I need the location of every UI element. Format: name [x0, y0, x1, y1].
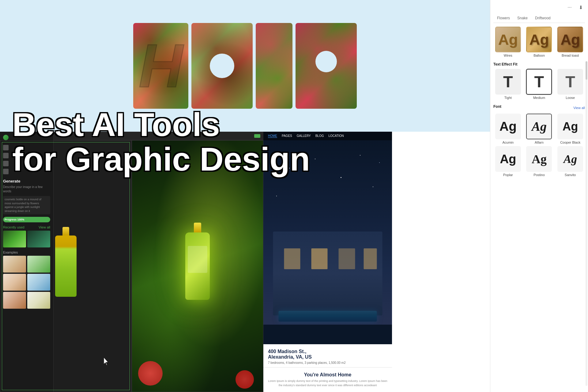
font-sanvito-label: Sanvito [565, 173, 576, 177]
bottle-left-wrapper [55, 141, 77, 392]
fit-tight-preview: T [495, 69, 521, 95]
star-2 [315, 159, 315, 159]
bottle-left-cap [62, 227, 69, 236]
star-6 [379, 162, 380, 163]
star-3 [341, 177, 341, 178]
re-nav-blog[interactable]: BLOG [315, 134, 324, 138]
font-cooperblack-preview: Ag [557, 114, 583, 139]
fit-tight-label: Tight [504, 96, 512, 100]
font-poplar-label: Poplar [503, 173, 513, 177]
texture-wires[interactable]: Ag Wires [493, 27, 523, 57]
re-house-visual [263, 140, 392, 325]
fit-loose[interactable]: T Loose [556, 69, 585, 100]
rp-topbar: ··· ⬇ [493, 3, 585, 12]
ai-canvas [0, 140, 263, 392]
re-nav-location[interactable]: LOCATION [328, 134, 344, 138]
re-address: 400 Madison St.,Alexandria, VA, US [268, 349, 387, 360]
re-nav-pages[interactable]: PAGES [282, 134, 292, 138]
flower-right [236, 370, 254, 389]
ai-body: Generate Describe your image in a few wo… [0, 140, 263, 392]
fit-medium-preview: T [526, 69, 552, 95]
font-view-all[interactable]: View all [573, 106, 585, 110]
re-nav-gallery[interactable]: GALLERY [297, 134, 311, 138]
window-1 [284, 248, 300, 269]
ai-logo-area [3, 135, 50, 140]
texture-balloon-preview: Ag [526, 27, 552, 52]
font-section-header: Font View all [493, 104, 585, 111]
ai-generate-panel: Projects / Untitled Project [0, 132, 263, 392]
rp-texture-tabs: Flowers Snake Driftwood [493, 14, 585, 23]
font-postino-preview: Ag [526, 146, 552, 172]
font-acumin[interactable]: Ag Acumin [493, 114, 523, 144]
fit-options-grid: T Tight T Medium T Loose [493, 69, 585, 100]
canvas-cell-right[interactable] [132, 140, 263, 392]
bottle-right [185, 232, 210, 300]
tab-flowers[interactable]: Flowers [493, 14, 514, 23]
pool [278, 311, 377, 322]
cursor [104, 357, 110, 367]
bottle-right-cap [194, 223, 201, 232]
font-postino-label: Postino [533, 173, 545, 177]
font-poplar[interactable]: Ag Poplar [493, 146, 523, 177]
tab-driftwood[interactable]: Driftwood [531, 14, 554, 23]
flower-left [138, 361, 163, 386]
left-area: H [0, 0, 490, 392]
bottom-split: Projects / Untitled Project [0, 132, 392, 392]
almost-home-text: Lorem Ipsum is simply dummy text of the … [268, 379, 387, 387]
letter-o1 [191, 23, 253, 109]
text-effect-fit-section: Text Effect Fit T Tight T Medium [493, 62, 585, 100]
floral-letters: H [133, 23, 357, 109]
letter-a [296, 23, 357, 109]
re-navbar: HOME PAGES GALLERY BLOG LOCATION [263, 132, 392, 140]
right-panel: ··· ⬇ Flowers Snake Driftwood Ag Wires A… [490, 0, 588, 392]
fit-loose-label: Loose [566, 96, 575, 100]
real-estate-panel: HOME PAGES GALLERY BLOG LOCATION [263, 132, 392, 392]
star-5 [373, 187, 373, 187]
star-1 [289, 168, 290, 168]
font-section-title: Font [493, 104, 501, 109]
font-cooperblack[interactable]: Ag Cooper Black [556, 114, 585, 144]
scrollbar-track [586, 61, 587, 386]
texture-wires-preview: Ag [495, 27, 521, 52]
texture-breadtoast[interactable]: Ag Bread toast [556, 27, 585, 57]
text-effect-fit-title: Text Effect Fit [493, 62, 585, 66]
fit-medium[interactable]: T Medium [525, 69, 554, 100]
top-section: H [0, 0, 490, 132]
scrollbar-thumb[interactable] [586, 61, 587, 80]
main-container: H [0, 0, 588, 392]
texture-balloon-label: Balloon [533, 54, 545, 57]
font-poplar-preview: Ag [495, 146, 521, 172]
font-sanvito-preview: Ag [557, 146, 583, 172]
more-options-button[interactable]: ··· [565, 3, 574, 12]
star-4 [360, 155, 360, 156]
window-3 [339, 248, 355, 269]
almost-home-title: You're Almost Home [268, 372, 387, 378]
fit-tight[interactable]: T Tight [493, 69, 523, 100]
letter-l [256, 23, 292, 109]
window-4 [364, 248, 377, 269]
download-button[interactable]: ⬇ [576, 3, 585, 12]
font-acumin-preview: Ag [495, 114, 521, 139]
fit-medium-label: Medium [533, 96, 545, 100]
texture-breadtoast-preview: Ag [557, 27, 583, 52]
window-2 [311, 248, 328, 269]
canvas-cell-left[interactable] [0, 140, 132, 392]
tab-snake[interactable]: Snake [514, 14, 531, 23]
font-section: Font View all Ag Acumin Ag Alfarn [493, 104, 585, 177]
letter-h: H [133, 23, 188, 109]
texture-balloon[interactable]: Ag Balloon [525, 27, 554, 57]
re-nav-home[interactable]: HOME [268, 134, 277, 138]
ai-status-indicator [254, 134, 260, 138]
texture-breadtoast-label: Bread toast [562, 54, 579, 57]
ai-logo-icon [3, 135, 9, 140]
bottle-left [55, 236, 77, 297]
font-sanvito[interactable]: Ag Sanvito [556, 146, 585, 177]
font-alfarn-label: Alfarn [535, 141, 544, 144]
font-postino[interactable]: Ag Postino [525, 146, 554, 177]
almost-home-section: You're Almost Home Lorem Ipsum is simply… [263, 367, 392, 392]
font-options-grid: Ag Acumin Ag Alfarn Ag Cooper Black [493, 114, 585, 177]
font-alfarn[interactable]: Ag Alfarn [525, 114, 554, 144]
texture-preview-grid: Ag Wires Ag Balloon Ag Bread toast [493, 27, 585, 57]
font-cooperblack-label: Cooper Black [560, 141, 580, 144]
bottle-label [188, 246, 207, 273]
